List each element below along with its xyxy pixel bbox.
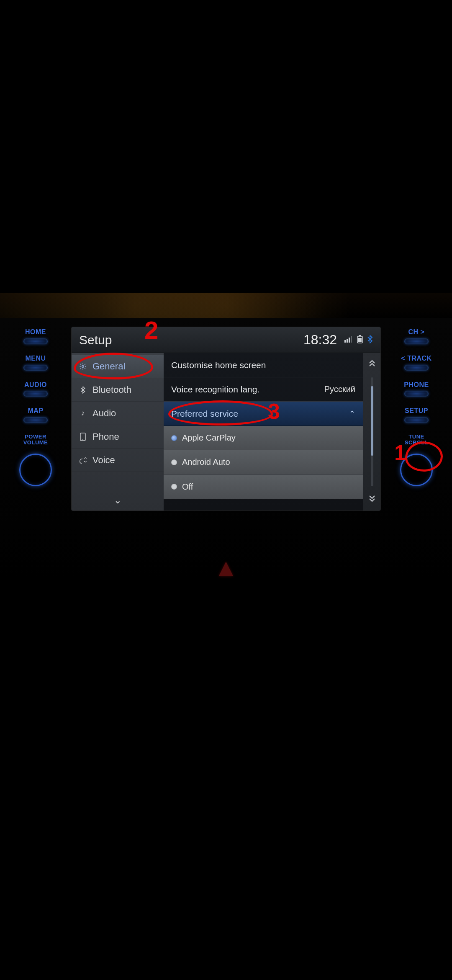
content-scrollbar bbox=[363, 353, 380, 511]
channel-button[interactable]: CH > bbox=[404, 329, 429, 344]
bluetooth-icon bbox=[78, 386, 87, 394]
screen-body: General Bluetooth ♪ Audio Phone bbox=[72, 353, 380, 511]
sidebar-item-label: Audio bbox=[92, 408, 116, 419]
channel-label: CH > bbox=[408, 329, 425, 336]
clock: 18:32 bbox=[303, 332, 337, 348]
svg-rect-6 bbox=[358, 338, 362, 342]
svg-rect-1 bbox=[347, 339, 348, 343]
bluetooth-icon bbox=[367, 335, 373, 345]
chevron-up-icon: ⌃ bbox=[349, 409, 355, 418]
track-label: < TRACK bbox=[401, 355, 431, 362]
sidebar-more[interactable]: ⌄ bbox=[72, 490, 164, 511]
tune-scroll-knob-group: TUNE SCROLL bbox=[400, 434, 433, 486]
button-slot bbox=[23, 338, 48, 344]
option-label: Android Auto bbox=[182, 457, 230, 467]
map-label: MAP bbox=[28, 407, 43, 415]
scroll-up-button[interactable] bbox=[363, 353, 380, 376]
power-volume-label: POWER VOLUME bbox=[23, 434, 48, 445]
row-label: Preferred service bbox=[171, 409, 344, 419]
scroll-thumb[interactable] bbox=[371, 386, 373, 456]
sidebar-item-label: Bluetooth bbox=[92, 384, 131, 395]
settings-rows: Customise home screen Voice recognition … bbox=[164, 353, 363, 511]
car-dashboard: HOME MENU AUDIO MAP POWER VOLUME CH > < … bbox=[0, 318, 452, 578]
signal-icon bbox=[344, 336, 353, 344]
svg-point-7 bbox=[82, 365, 84, 367]
home-label: HOME bbox=[25, 329, 46, 336]
menu-label: MENU bbox=[25, 355, 46, 362]
screen-title: Setup bbox=[79, 333, 112, 347]
physical-buttons-left: HOME MENU AUDIO MAP POWER VOLUME bbox=[13, 329, 59, 486]
double-chevron-down-icon bbox=[369, 495, 375, 504]
music-note-icon: ♪ bbox=[78, 409, 87, 418]
sidebar-item-general[interactable]: General bbox=[72, 355, 164, 378]
screen-header: Setup 18:32 bbox=[72, 327, 380, 353]
tune-scroll-label: TUNE SCROLL bbox=[405, 434, 428, 445]
svg-rect-3 bbox=[351, 336, 352, 343]
volume-knob[interactable] bbox=[19, 454, 52, 486]
row-option-carplay[interactable]: Apple CarPlay bbox=[164, 426, 363, 450]
row-label: Voice recognition lang. bbox=[171, 384, 319, 395]
audio-label: AUDIO bbox=[24, 382, 47, 389]
settings-sidebar: General Bluetooth ♪ Audio Phone bbox=[72, 353, 164, 511]
double-chevron-up-icon bbox=[369, 360, 375, 369]
menu-button[interactable]: MENU bbox=[23, 355, 48, 371]
radio-indicator bbox=[171, 459, 177, 465]
physical-buttons-right: CH > < TRACK PHONE SETUP TUNE SCROLL bbox=[393, 329, 439, 486]
sidebar-item-label: General bbox=[92, 361, 125, 372]
radio-indicator bbox=[171, 435, 177, 441]
svg-rect-2 bbox=[349, 338, 350, 343]
hazard-triangle-icon: ▲ bbox=[213, 553, 238, 582]
audio-button[interactable]: AUDIO bbox=[23, 382, 48, 397]
row-label: Customise home screen bbox=[171, 360, 355, 370]
voice-icon bbox=[78, 456, 87, 464]
home-button[interactable]: HOME bbox=[23, 329, 48, 344]
gear-icon bbox=[78, 363, 87, 370]
phone-label: PHONE bbox=[404, 382, 429, 389]
button-slot bbox=[23, 391, 48, 397]
sidebar-item-label: Voice bbox=[92, 455, 115, 466]
track-button[interactable]: < TRACK bbox=[401, 355, 431, 371]
sidebar-item-voice[interactable]: Voice bbox=[72, 449, 164, 472]
sidebar-item-audio[interactable]: ♪ Audio bbox=[72, 402, 164, 425]
radio-indicator bbox=[171, 484, 177, 490]
row-option-off[interactable]: Off bbox=[164, 475, 363, 499]
button-slot bbox=[404, 417, 429, 423]
ambient-light bbox=[0, 293, 452, 318]
phone-button[interactable]: PHONE bbox=[404, 382, 429, 397]
option-label: Off bbox=[182, 482, 193, 492]
svg-rect-0 bbox=[344, 340, 346, 343]
row-customise-home[interactable]: Customise home screen bbox=[164, 353, 363, 377]
scroll-down-button[interactable] bbox=[363, 488, 380, 511]
setup-label: SETUP bbox=[405, 407, 428, 415]
infotainment-screen: Setup 18:32 General bbox=[71, 327, 381, 511]
button-slot bbox=[404, 391, 429, 397]
setup-button[interactable]: SETUP bbox=[404, 407, 429, 423]
button-slot bbox=[23, 417, 48, 423]
row-preferred-service[interactable]: Preferred service ⌃ bbox=[164, 402, 363, 426]
sidebar-item-phone[interactable]: Phone bbox=[72, 425, 164, 449]
sidebar-item-bluetooth[interactable]: Bluetooth bbox=[72, 378, 164, 402]
settings-content: Customise home screen Voice recognition … bbox=[164, 353, 380, 511]
tune-knob[interactable] bbox=[400, 454, 433, 486]
row-option-android-auto[interactable]: Android Auto bbox=[164, 450, 363, 475]
smartphone-icon bbox=[78, 433, 87, 441]
map-button[interactable]: MAP bbox=[23, 407, 48, 423]
chevron-down-icon: ⌄ bbox=[114, 495, 121, 506]
battery-icon bbox=[357, 335, 363, 345]
svg-point-9 bbox=[82, 439, 83, 440]
button-slot bbox=[404, 365, 429, 371]
row-voice-lang[interactable]: Voice recognition lang. Русский bbox=[164, 377, 363, 402]
status-icons bbox=[344, 335, 373, 345]
button-slot bbox=[23, 365, 48, 371]
option-label: Apple CarPlay bbox=[182, 433, 236, 443]
sidebar-item-label: Phone bbox=[92, 431, 119, 442]
power-volume-knob-group: POWER VOLUME bbox=[19, 434, 52, 486]
row-value: Русский bbox=[324, 384, 355, 394]
scroll-track[interactable] bbox=[371, 377, 373, 486]
button-slot bbox=[404, 338, 429, 344]
